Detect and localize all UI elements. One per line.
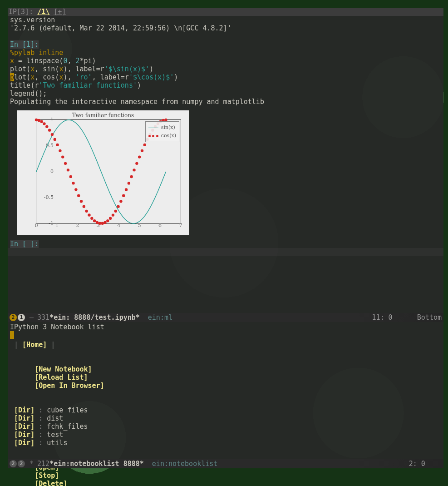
svg-point-18 bbox=[83, 205, 85, 208]
scroll-pos: Bottom bbox=[417, 313, 442, 322]
tab-active[interactable]: /1\ bbox=[37, 8, 49, 16]
modeline-top: 2 1 — 331 *ein: 8888/test.ipynb* ein:ml … bbox=[8, 313, 443, 322]
svg-point-17 bbox=[80, 200, 83, 203]
plot-axes: 1 0.5 0 -0.5 -1 0 1 2 3 4 5 6 7 sin(x) c… bbox=[36, 119, 181, 224]
new-notebook-button[interactable]: [New Notebook] bbox=[34, 365, 92, 373]
plot-output: Two familiar functions 1 0.5 0 -0.5 -1 0… bbox=[17, 110, 189, 235]
text-cursor: p bbox=[10, 73, 14, 81]
line-col: 11: 0 bbox=[372, 313, 392, 322]
svg-point-22 bbox=[93, 219, 96, 222]
svg-point-27 bbox=[106, 219, 109, 222]
svg-point-1 bbox=[38, 119, 40, 122]
tab-bar: IP[3]: /1\ [+] bbox=[8, 8, 443, 16]
tab-prefix: IP[3]: bbox=[9, 8, 33, 16]
window-badge: 2 bbox=[18, 460, 25, 467]
svg-point-9 bbox=[59, 149, 61, 152]
code-line[interactable]: %pylab inline bbox=[8, 49, 443, 57]
dir-link[interactable]: [Dir] bbox=[14, 439, 34, 447]
svg-point-7 bbox=[54, 138, 56, 141]
svg-point-35 bbox=[128, 182, 130, 184]
window-badge: 2 bbox=[10, 314, 17, 321]
svg-point-26 bbox=[103, 221, 106, 224]
list-item[interactable]: [Dir] : utils bbox=[10, 439, 441, 447]
svg-point-6 bbox=[51, 133, 54, 136]
svg-point-37 bbox=[133, 169, 135, 171]
svg-point-5 bbox=[48, 129, 51, 131]
svg-point-28 bbox=[109, 217, 112, 220]
list-item[interactable]: [Dir] : fchk_files bbox=[10, 422, 441, 431]
modeline-bottom: 2 2 * 212 *ein:notebooklist 8888* ein:no… bbox=[8, 459, 443, 468]
code-line[interactable]: legend(); bbox=[8, 89, 443, 98]
svg-point-36 bbox=[130, 175, 133, 178]
svg-point-16 bbox=[77, 194, 80, 197]
major-mode: ein:notebooklist bbox=[152, 460, 218, 468]
svg-point-4 bbox=[45, 125, 48, 128]
cell-prompt: In [1]: bbox=[10, 40, 39, 49]
svg-point-32 bbox=[119, 200, 122, 203]
svg-point-41 bbox=[143, 144, 146, 146]
list-item[interactable]: [Dir] : dist bbox=[10, 414, 441, 422]
svg-point-34 bbox=[125, 188, 128, 191]
list-item[interactable]: [Dir] : cube_files bbox=[10, 406, 441, 414]
cell-prompt: In [ ]: bbox=[10, 240, 39, 248]
dir-link[interactable]: [Dir] bbox=[14, 431, 34, 439]
window-badge: 2 bbox=[10, 460, 17, 467]
svg-point-40 bbox=[141, 149, 143, 152]
line-col: 2: 0 bbox=[409, 460, 425, 468]
plot-legend: sin(x) cos(x) bbox=[145, 121, 179, 142]
svg-point-13 bbox=[69, 175, 72, 178]
svg-point-31 bbox=[117, 205, 119, 208]
svg-point-8 bbox=[56, 144, 59, 146]
output-text: '2.7.6 (default, Mar 22 2014, 22:59:56) … bbox=[8, 24, 443, 32]
home-link[interactable]: [Home] bbox=[22, 341, 47, 349]
delete-notebook-button[interactable]: [Delete] bbox=[34, 480, 67, 486]
svg-point-25 bbox=[101, 222, 103, 225]
stop-notebook-button[interactable]: [Stop] bbox=[34, 471, 59, 480]
svg-point-21 bbox=[90, 217, 93, 220]
svg-point-15 bbox=[74, 188, 77, 191]
code-line[interactable]: plot(x, sin(x), label=r'$\sin(x)$') bbox=[8, 65, 443, 73]
notebooklist-pane: IPython 3 Notebook list | [Home] | [New … bbox=[8, 322, 443, 459]
svg-point-3 bbox=[43, 122, 45, 125]
reload-list-button[interactable]: [Reload List] bbox=[34, 373, 88, 382]
list-item[interactable]: [Dir] : test bbox=[10, 431, 441, 439]
code-line[interactable]: x = linspace(0, 2*pi) bbox=[8, 57, 443, 65]
svg-point-24 bbox=[98, 222, 101, 225]
output-text: Populating the interactive namespace fro… bbox=[8, 98, 443, 106]
tab-add-button[interactable]: [+] bbox=[54, 8, 66, 16]
svg-point-11 bbox=[64, 162, 67, 165]
legend-line-icon bbox=[148, 128, 158, 128]
svg-point-29 bbox=[112, 213, 114, 216]
legend-label: sin(x) bbox=[161, 124, 175, 132]
svg-point-10 bbox=[61, 155, 64, 158]
notebook-pane: IP[3]: /1\ [+] sys.version '2.7.6 (defau… bbox=[8, 8, 443, 313]
open-browser-button[interactable]: [Open In Browser] bbox=[34, 382, 104, 390]
svg-point-39 bbox=[138, 155, 141, 158]
svg-point-23 bbox=[96, 221, 98, 224]
svg-point-33 bbox=[122, 194, 125, 197]
svg-point-19 bbox=[85, 210, 88, 213]
empty-cell[interactable] bbox=[8, 248, 443, 256]
code-line[interactable]: plot(x, cos(x), 'ro', label=r'$\cos(x)$'… bbox=[8, 73, 443, 81]
svg-point-38 bbox=[135, 162, 138, 165]
buffer-name[interactable]: *ein: 8888/test.ipynb* bbox=[49, 313, 140, 322]
output-text: sys.version bbox=[8, 16, 443, 24]
buffer-name[interactable]: *ein:notebooklist 8888* bbox=[49, 460, 144, 468]
legend-label: cos(x) bbox=[161, 132, 176, 140]
text-cursor bbox=[10, 331, 14, 339]
legend-dots-icon bbox=[148, 135, 158, 137]
dir-link[interactable]: [Dir] bbox=[14, 406, 34, 414]
svg-point-20 bbox=[88, 213, 90, 216]
dir-link[interactable]: [Dir] bbox=[14, 422, 34, 431]
window-badge: 1 bbox=[18, 314, 25, 321]
major-mode: ein:ml bbox=[148, 313, 172, 322]
svg-point-30 bbox=[114, 210, 117, 213]
nblist-title: IPython 3 Notebook list bbox=[10, 323, 441, 331]
dir-link[interactable]: [Dir] bbox=[14, 414, 34, 422]
svg-point-12 bbox=[67, 169, 69, 171]
svg-point-0 bbox=[35, 119, 38, 121]
svg-point-14 bbox=[72, 182, 74, 184]
code-line[interactable]: title(r'Two familiar functions') bbox=[8, 81, 443, 89]
svg-point-2 bbox=[40, 120, 43, 123]
